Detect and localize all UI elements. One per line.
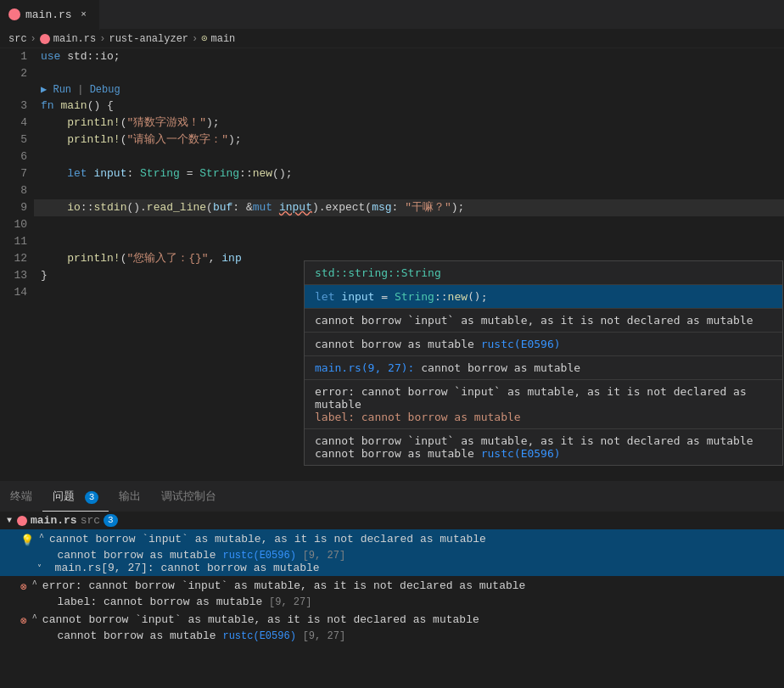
hover-tooltip: std::string::String let input = String::… <box>304 260 783 466</box>
hover-err5-text: cannot borrow `input` as mutable, as it … <box>315 434 753 447</box>
code-line-4: println!("猜数字游戏！"); <box>34 115 784 131</box>
problem-file-count: 3 <box>104 514 118 527</box>
panel-tabs: 终端 问题 3 输出 调试控制台 <box>0 482 784 512</box>
error-icon-2: ⊗ <box>20 580 27 594</box>
panel-content: ▼ main.rs src 3 💡 ^ cannot borrow `input… <box>0 512 784 688</box>
editor: 1 2 3 4 5 6 7 8 9 10 11 12 13 14 use std… <box>0 48 784 481</box>
file-dot-icon <box>17 516 27 526</box>
code-line-10 <box>34 216 784 233</box>
error-icon-3: ⊗ <box>20 614 27 628</box>
breadcrumb-file: main.rs <box>53 33 96 45</box>
code-content[interactable]: use std::io; ▶ Run | Debug fn main() { p… <box>34 48 784 481</box>
problem-item-2[interactable]: ⊗ ^ error: cannot borrow `input` as muta… <box>0 576 784 610</box>
hover-type-row: std::string::String <box>305 261 782 285</box>
code-line-9: io::stdin().read_line(buf: &mut input).e… <box>34 199 784 216</box>
problem-sub-1a: cannot borrow as mutable rustc(E0596) [9… <box>20 549 777 562</box>
chevron-2: ^ <box>32 579 37 589</box>
tab-debug-console[interactable]: 调试控制台 <box>151 482 227 512</box>
tab-terminal[interactable]: 终端 <box>0 482 42 512</box>
problem-item-3[interactable]: ⊗ ^ cannot borrow `input` as mutable, as… <box>0 610 784 644</box>
line-numbers: 1 2 3 4 5 6 7 8 9 10 11 12 13 14 <box>0 48 34 481</box>
breadcrumb-fn-icon: ⊙ <box>201 32 207 45</box>
hover-err5-sub: cannot borrow as mutable <box>315 447 474 460</box>
hover-err4-label: label: cannot borrow as mutable <box>315 411 521 423</box>
problem-text-3: cannot borrow `input` as mutable, as it … <box>42 613 479 626</box>
problem-row-1: 💡 ^ cannot borrow `input` as mutable, as… <box>20 531 777 549</box>
code-line-7: let input: String = String::new(); <box>34 165 784 182</box>
problem-pos-2: [9, 27] <box>269 596 311 608</box>
rust-file-icon <box>8 8 20 20</box>
hover-err1-text: cannot borrow `input` as mutable, as it … <box>315 314 753 327</box>
problem-row-2: ⊗ ^ error: cannot borrow `input` as muta… <box>20 578 777 596</box>
run-debug-hint[interactable]: ▶ Run | Debug <box>34 82 784 98</box>
tab-label: main.rs <box>25 8 72 21</box>
problem-pos-1: [9, 27] <box>303 550 345 562</box>
breadcrumb-sep3: › <box>192 33 198 45</box>
problem-code-3: rustc(E0596) <box>222 630 295 642</box>
warning-icon-1: 💡 <box>20 534 34 547</box>
chevron-3: ^ <box>32 613 37 623</box>
problem-row-3: ⊗ ^ cannot borrow `input` as mutable, as… <box>20 612 777 629</box>
chevron-down-icon: ▼ <box>7 516 12 525</box>
breadcrumb-src: src <box>8 33 27 45</box>
tab-close-button[interactable]: × <box>77 8 91 21</box>
hover-err4-row: error: cannot borrow `input` as mutable,… <box>305 380 782 429</box>
hover-err3-link[interactable]: main.rs(9, 27): <box>315 361 421 374</box>
breadcrumb-sep1: › <box>31 33 36 45</box>
chevron-1: ^ <box>39 533 44 542</box>
problem-item-1[interactable]: 💡 ^ cannot borrow `input` as mutable, as… <box>0 529 784 576</box>
breadcrumb-file-icon <box>40 34 50 44</box>
tab-bar: main.rs × <box>0 0 784 30</box>
hover-err3-row: main.rs(9, 27): cannot borrow as mutable <box>305 356 782 380</box>
problem-code-1: rustc(E0596) <box>222 550 295 562</box>
problem-text-2: error: cannot borrow `input` as mutable,… <box>42 579 526 592</box>
hover-err2-text: cannot borrow as mutable <box>315 338 474 350</box>
tab-main-rs[interactable]: main.rs × <box>0 0 100 30</box>
hover-type-text: std::string::String <box>315 266 441 279</box>
code-line-8 <box>34 182 784 199</box>
breadcrumb-analyzer: rust-analyzer <box>109 33 188 45</box>
hover-err2-code[interactable]: rustc(E0596) <box>481 338 561 350</box>
code-line-6 <box>34 148 784 165</box>
problem-file-src: src <box>81 514 100 527</box>
hover-err5-row: cannot borrow `input` as mutable, as it … <box>305 429 782 465</box>
code-line-5: println!("请输入一个数字："); <box>34 131 784 148</box>
hover-err5-code[interactable]: rustc(E0596) <box>481 447 561 460</box>
problem-file-header[interactable]: ▼ main.rs src 3 <box>0 512 784 529</box>
hover-code-row: let input = String::new(); <box>305 285 782 309</box>
problem-text-1: cannot borrow `input` as mutable, as it … <box>49 533 486 545</box>
problems-badge: 3 <box>85 491 99 504</box>
breadcrumb-sep2: › <box>99 33 105 45</box>
code-line-11 <box>34 233 784 250</box>
bottom-panel: 终端 问题 3 输出 调试控制台 ▼ main.rs src 3 💡 <box>0 481 784 688</box>
hover-err3-text: cannot borrow as mutable <box>421 361 580 374</box>
hover-err4-text: error: cannot borrow `input` as mutable,… <box>315 385 747 411</box>
hover-err2-row: cannot borrow as mutable rustc(E0596) <box>305 333 782 356</box>
problem-pos-3: [9, 27] <box>303 630 345 642</box>
tab-problems[interactable]: 问题 3 <box>42 482 109 512</box>
code-line-3: fn main() { <box>34 98 784 115</box>
code-line-1: use std::io; <box>34 48 784 65</box>
breadcrumb: src › main.rs › rust-analyzer › ⊙ main <box>0 30 784 48</box>
code-line-2 <box>34 65 784 82</box>
problem-sub-3: cannot borrow as mutable rustc(E0596) [9… <box>20 629 777 642</box>
breadcrumb-fn: main <box>211 33 236 45</box>
problem-sub-2: label: cannot borrow as mutable [9, 27] <box>20 596 777 608</box>
problem-sub-1b: ˅ main.rs[9, 27]: cannot borrow as mutab… <box>20 562 777 574</box>
hover-err1-row: cannot borrow `input` as mutable, as it … <box>305 309 782 333</box>
tab-output[interactable]: 输出 <box>109 482 151 512</box>
problem-file-name: main.rs <box>31 514 77 527</box>
